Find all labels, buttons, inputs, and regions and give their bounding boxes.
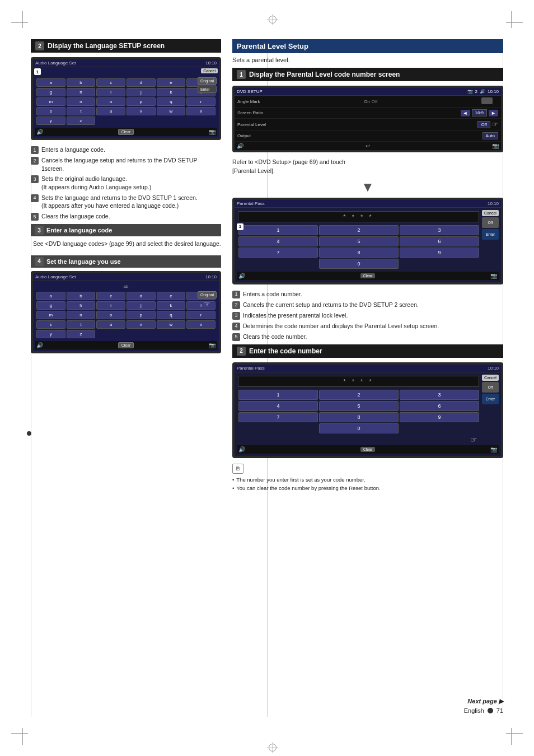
off-btn-parental2[interactable]: Off — [482, 382, 499, 393]
speaker-icon2: 🔊 — [36, 342, 43, 348]
num-3[interactable]: 3 — [400, 225, 479, 235]
key-c[interactable]: c — [96, 78, 125, 87]
key2-v[interactable]: v — [127, 320, 156, 329]
parental-touch-cursor: ☞ — [492, 120, 498, 128]
key2-q[interactable]: q — [157, 311, 186, 319]
ratio-right-arrow[interactable]: ► — [489, 110, 498, 116]
key2-w[interactable]: w — [157, 320, 186, 329]
key-t[interactable]: t — [67, 107, 96, 115]
key2-y[interactable]: y — [36, 330, 65, 338]
key-s[interactable]: s — [36, 107, 65, 115]
key2-p[interactable]: p — [127, 311, 156, 319]
num2-2[interactable]: 2 — [319, 390, 399, 400]
key-r[interactable]: r — [186, 97, 216, 106]
key2-x[interactable]: x — [186, 320, 216, 329]
key2-h[interactable]: h — [67, 301, 96, 310]
parental-pass2-title: Parental Pass — [237, 366, 265, 371]
enter-btn-parental2[interactable]: Enter — [482, 394, 499, 404]
key-k[interactable]: k — [157, 88, 186, 96]
num2-3[interactable]: 3 — [400, 390, 479, 400]
key-m[interactable]: m — [36, 97, 65, 106]
num-6[interactable]: 6 — [400, 236, 479, 246]
original-btn2[interactable]: Original — [198, 291, 217, 298]
note-text-1: The number you enter first is set as you… — [236, 475, 365, 484]
key-p[interactable]: p — [127, 97, 156, 106]
num-7[interactable]: 7 — [238, 248, 318, 258]
off-btn-parental[interactable]: Off — [482, 217, 499, 228]
right-item-4: 4 Determines the code number and display… — [232, 322, 503, 330]
key2-s[interactable]: s — [36, 320, 65, 329]
enter-btn-screen[interactable]: Enter — [198, 86, 217, 93]
key2-u[interactable]: u — [96, 320, 125, 329]
key-b[interactable]: b — [67, 78, 96, 87]
num2-9[interactable]: 9 — [400, 412, 479, 422]
num2-4[interactable]: 4 — [238, 401, 318, 411]
key-d[interactable]: d — [127, 78, 156, 87]
parental-right-buttons: Cancel Off Enter — [482, 210, 499, 240]
key2-r[interactable]: r — [186, 311, 216, 319]
dvd-angle-control: On Off — [364, 99, 377, 104]
num2-6[interactable]: 6 — [400, 401, 479, 411]
key-e[interactable]: e — [157, 78, 186, 87]
key-x[interactable]: x — [186, 107, 216, 115]
trim-mark — [22, 11, 23, 28]
pp2-clear-btn[interactable]: Clear — [360, 447, 376, 452]
num2-0[interactable]: 0 — [319, 423, 399, 433]
num-2[interactable]: 2 — [319, 225, 399, 235]
pp2-camera-icon: 📷 — [490, 446, 497, 452]
key2-a[interactable]: a — [36, 292, 65, 300]
clear-btn2[interactable]: Clear — [118, 342, 134, 348]
keyboard-area: a b c d e f g h i j k l m — [35, 77, 217, 127]
key-q[interactable]: q — [157, 97, 186, 106]
dvd-ratio-label: Screen Ratio — [237, 110, 263, 115]
key-o[interactable]: o — [96, 97, 125, 106]
dvd-header-right: 📷 2 🔊 10:10 — [467, 89, 499, 94]
key-v[interactable]: v — [127, 107, 156, 115]
num2-7[interactable]: 7 — [238, 412, 318, 422]
pp-clear-btn[interactable]: Clear — [360, 273, 376, 278]
key2-g[interactable]: g — [36, 301, 65, 310]
num-5[interactable]: 5 — [319, 236, 399, 246]
key-i[interactable]: i — [96, 88, 125, 96]
clear-btn[interactable]: Clear — [118, 129, 134, 135]
key2-j[interactable]: j — [127, 301, 156, 310]
cancel-btn-screen[interactable]: Cancel — [201, 68, 218, 73]
key-g[interactable]: g — [36, 88, 65, 96]
key2-t[interactable]: t — [67, 320, 96, 329]
key2-o[interactable]: o — [96, 311, 125, 319]
original-btn[interactable]: Original — [198, 77, 217, 85]
ratio-left-arrow[interactable]: ◄ — [461, 110, 470, 116]
cancel-btn-parental[interactable]: Cancel — [482, 210, 499, 216]
cancel-btn-parental2[interactable]: Cancel — [482, 375, 499, 381]
num-9[interactable]: 9 — [400, 248, 479, 258]
key-u[interactable]: u — [96, 107, 125, 115]
dvd-title: DVD SETUP — [237, 89, 263, 94]
num-8[interactable]: 8 — [319, 248, 399, 258]
key2-k[interactable]: k — [157, 301, 186, 310]
key2-z[interactable]: z — [67, 330, 96, 338]
key-y[interactable]: y — [36, 116, 65, 125]
key2-m[interactable]: m — [36, 311, 65, 319]
key-a[interactable]: a — [36, 78, 65, 87]
key-h[interactable]: h — [67, 88, 96, 96]
num-1[interactable]: 1 — [238, 225, 318, 235]
key-j[interactable]: j — [127, 88, 156, 96]
enter-btn-parental[interactable]: Enter — [482, 229, 499, 240]
num2-5[interactable]: 5 — [319, 401, 399, 411]
key-z[interactable]: z — [67, 116, 96, 125]
key2-d[interactable]: d — [127, 292, 156, 300]
num2-8[interactable]: 8 — [319, 412, 399, 422]
num-4[interactable]: 4 — [238, 236, 318, 246]
key-n[interactable]: n — [67, 97, 96, 106]
key2-e[interactable]: e — [157, 292, 186, 300]
key2-b[interactable]: b — [67, 292, 96, 300]
note-item-2: • You can clear the code number by press… — [232, 484, 503, 492]
step2-title: Display the Language SETUP screen — [48, 42, 165, 50]
parental-value: Off — [477, 121, 490, 128]
key-w[interactable]: w — [157, 107, 186, 115]
key2-n[interactable]: n — [67, 311, 96, 319]
key2-c[interactable]: c — [96, 292, 125, 300]
key2-i[interactable]: i — [96, 301, 125, 310]
num-0[interactable]: 0 — [319, 259, 399, 269]
num2-1[interactable]: 1 — [238, 390, 318, 400]
